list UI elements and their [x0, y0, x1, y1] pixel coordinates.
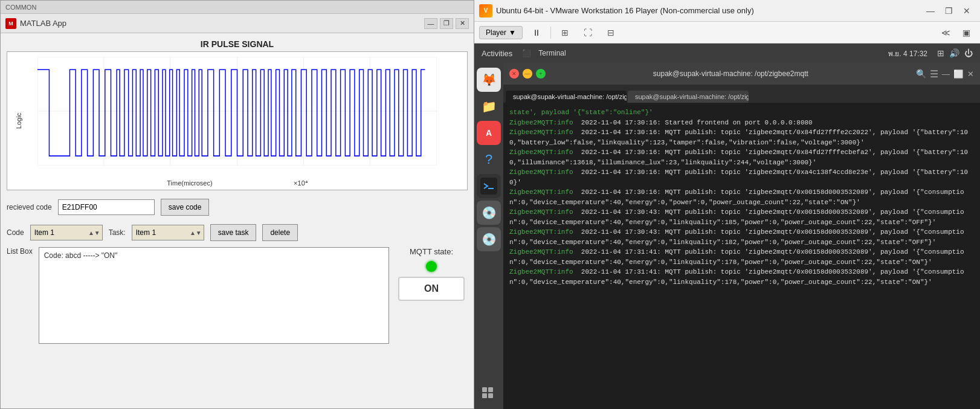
ubuntu-sidebar: 🦊 📁 A ? 💿 💿	[474, 63, 503, 409]
common-label: COMMON	[5, 4, 36, 11]
code-dropdown-wrapper: Item 1 ▲▼	[30, 225, 103, 240]
sidebar-help-icon[interactable]: ?	[477, 147, 501, 172]
matlab-window-controls: — ❐ ✕	[424, 18, 469, 29]
vmware-close-button[interactable]: ✕	[958, 4, 975, 18]
vmware-panel: V Ubuntu 64-bit - VMware Workstation 16 …	[474, 0, 980, 409]
x-axis-label: Time(microsec) ×10⁴	[167, 179, 308, 187]
terminal-output[interactable]: state', payload '{"state":"online"}' Zig…	[503, 103, 980, 409]
sidebar-terminal-icon[interactable]	[477, 174, 501, 198]
terminal-tab-2[interactable]: supak@supak-virtual-machine: /opt/zig...…	[628, 91, 749, 103]
term-line-4: Zigbee2MQTT:info 2022-11-04 17:30:16: MQ…	[509, 167, 974, 187]
terminal-window: ✕ — + supak@supak-virtual-machine: /opt/…	[503, 63, 980, 409]
term-line-2: Zigbee2MQTT:info 2022-11-04 17:30:16: MQ…	[509, 127, 974, 147]
toolbar-right: ≪ ▣	[936, 25, 975, 40]
matlab-minimize-button[interactable]: —	[424, 18, 437, 29]
code-dropdown[interactable]: Item 1	[30, 225, 103, 240]
go-back-button[interactable]: ≪	[936, 25, 955, 40]
svg-rect-13	[488, 387, 493, 392]
vmware-minimize-button[interactable]: —	[922, 4, 939, 18]
svg-rect-10	[480, 178, 497, 195]
vmware-title: Ubuntu 64-bit - VMware Workstation 16 Pl…	[496, 6, 918, 15]
terminal-tabs: supak@supak-virtual-machine: /opt/zig...…	[503, 85, 980, 103]
matlab-content: IR PULSE SIGNAL Logic	[1, 33, 474, 408]
matlab-close-button[interactable]: ✕	[456, 18, 469, 29]
terminal-tab-1[interactable]: supak@supak-virtual-machine: /opt/zig...…	[506, 91, 627, 103]
terminal-hide-button[interactable]: —	[942, 69, 950, 79]
sidebar-disc2-icon[interactable]: 💿	[477, 227, 501, 251]
listbox-label: List Box	[7, 247, 33, 256]
received-code-label: recieved code	[7, 203, 52, 211]
save-code-button[interactable]: save code	[161, 199, 210, 216]
terminal-titlebar: ✕ — + supak@supak-virtual-machine: /opt/…	[503, 63, 980, 85]
terminal-expand-button[interactable]: ⬜	[953, 69, 964, 79]
sidebar-appstore-icon[interactable]: A	[477, 121, 501, 145]
received-code-input[interactable]	[58, 199, 155, 215]
svg-rect-14	[482, 393, 487, 398]
send-ctrl-alt-del-button[interactable]: ⊞	[556, 25, 574, 40]
task-label: Task:	[109, 228, 126, 237]
task-dropdown-wrapper: Item 1 ▲▼	[132, 225, 204, 240]
enter-vm-button[interactable]: ▣	[957, 25, 975, 40]
terminal-close-button[interactable]: ✕	[509, 69, 519, 79]
terminal-menu-button[interactable]: ☰	[930, 68, 938, 80]
mqtt-indicator	[426, 261, 437, 272]
ubuntu-topbar: Activities ⬛ Terminal พ.ย. 4 17:32 ⊞ 🔊 ⏻	[474, 43, 980, 63]
term-line-5: Zigbee2MQTT:info 2022-11-04 17:30:16: MQ…	[509, 187, 974, 207]
sidebar-grid-icon[interactable]	[480, 385, 497, 404]
term-line-1: Zigbee2MQTT:info 2022-11-04 17:30:16: St…	[509, 118, 974, 128]
matlab-title: MATLAB App	[20, 19, 421, 28]
player-button[interactable]: Player ▼	[479, 26, 523, 39]
code-task-row: Code Item 1 ▲▼ Task: Item 1 ▲▼ save task…	[7, 224, 468, 241]
listbox[interactable]: Code: abcd -----> "ON"	[39, 247, 389, 344]
terminal-window-title: supak@supak-virtual-machine: /opt/zigbee…	[550, 69, 911, 78]
chart-svg	[37, 57, 437, 166]
network-icon: ⊞	[937, 48, 944, 58]
tab-1-label: supak@supak-virtual-machine: /opt/zig...	[513, 93, 627, 100]
y-axis-label: Logic	[15, 113, 22, 129]
power-icon: ⏻	[964, 48, 973, 58]
task-dropdown[interactable]: Item 1	[132, 225, 204, 240]
ubuntu-clock: พ.ย. 4 17:32	[888, 48, 927, 59]
matlab-panel: COMMON M MATLAB App — ❐ ✕ IR PULSE SIGNA…	[0, 0, 474, 409]
vmware-window-controls: — ❐ ✕	[922, 4, 975, 18]
mqtt-on-button[interactable]: ON	[398, 277, 465, 301]
received-code-row: recieved code save code	[7, 196, 468, 218]
terminal-search-button[interactable]: 🔍	[916, 69, 926, 79]
ubuntu-activities-button[interactable]: Activities	[482, 49, 512, 58]
listbox-row: List Box Code: abcd -----> "ON" MQTT sta…	[7, 247, 468, 402]
sidebar-disc1-icon[interactable]: 💿	[477, 201, 501, 225]
terminal-maximize-button[interactable]: +	[536, 69, 546, 79]
pause-button[interactable]: ⏸	[527, 25, 546, 40]
sidebar-files-icon[interactable]: 📁	[477, 94, 501, 118]
terminal-window-controls: ✕ — +	[509, 69, 546, 79]
sidebar-firefox-icon[interactable]: 🦊	[477, 68, 501, 92]
player-label: Player	[486, 28, 506, 37]
term-line-6: Zigbee2MQTT:info 2022-11-04 17:30:43: MQ…	[509, 207, 974, 227]
delete-button[interactable]: delete	[262, 224, 298, 241]
list-item: Code: abcd -----> "ON"	[42, 250, 386, 261]
code-label: Code	[7, 228, 24, 237]
term-line-7: Zigbee2MQTT:info 2022-11-04 17:30:43: MQ…	[509, 227, 974, 247]
vmware-titlebar: V Ubuntu 64-bit - VMware Workstation 16 …	[474, 0, 980, 22]
matlab-restore-button[interactable]: ❐	[440, 18, 453, 29]
fullscreen-button[interactable]: ⛶	[579, 25, 597, 40]
chart-title: IR PULSE SIGNAL	[7, 39, 468, 49]
unity-button[interactable]: ⊟	[602, 25, 620, 40]
ubuntu-topbar-right: ⊞ 🔊 ⏻	[937, 48, 973, 58]
vmware-toolbar: Player ▼ ⏸ ⊞ ⛶ ⊟ ≪ ▣	[474, 22, 980, 43]
desktop-area: 🦊 📁 A ? 💿 💿	[474, 63, 980, 409]
term-line-8: Zigbee2MQTT:info 2022-11-04 17:31:41: MQ…	[509, 247, 974, 267]
common-bar: COMMON	[1, 1, 474, 14]
save-task-button[interactable]: save task	[210, 224, 257, 241]
term-line-0: state', payload '{"state":"online"}'	[509, 108, 974, 118]
ubuntu-desktop: Activities ⬛ Terminal พ.ย. 4 17:32 ⊞ 🔊 ⏻…	[474, 43, 980, 409]
terminal-minimize-button[interactable]: —	[523, 69, 532, 79]
chart-container: Logic	[7, 51, 468, 190]
ubuntu-topbar-center: ⬛ Terminal	[522, 49, 878, 57]
vmware-restore-button[interactable]: ❐	[940, 4, 957, 18]
mqtt-section: MQTT state: ON	[395, 247, 468, 301]
chart-section: IR PULSE SIGNAL Logic	[7, 39, 468, 190]
toolbar-separator	[550, 27, 551, 39]
svg-rect-12	[482, 387, 487, 392]
terminal-close-x-button[interactable]: ✕	[967, 69, 974, 79]
